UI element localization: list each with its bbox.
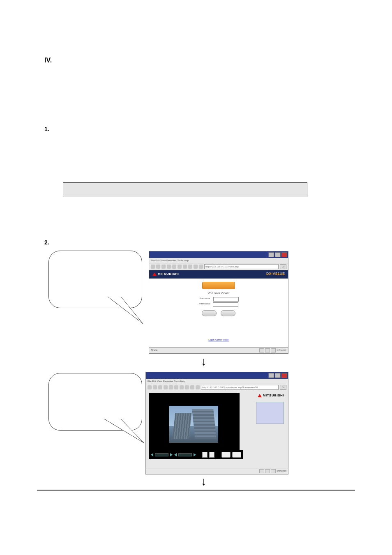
side-menu-panel: [256, 402, 284, 424]
viewer-body: MITSUBISHI: [146, 390, 288, 468]
address-bar: http://192.168.0.100/java/viewer.asp?fra…: [201, 385, 279, 390]
model-label: DX-VS1UE: [266, 272, 285, 276]
close-icon: [281, 252, 287, 257]
username-label: Username :: [198, 297, 211, 302]
screenshot-login-page: File Edit View Favorites Tools Help http…: [149, 251, 288, 354]
refresh-icon: [164, 385, 168, 389]
minimize-icon: [268, 373, 274, 378]
login-heading: VS1 Java Viewer: [149, 292, 288, 295]
callout-tail-1: [107, 296, 148, 329]
address-bar: http://192.168.0.100/index.asp: [204, 264, 279, 269]
reset-button: [221, 310, 235, 316]
window-titlebar: [146, 372, 288, 379]
admin-mode-link: Login Admin Mode: [149, 339, 288, 341]
control-square-button: [209, 452, 214, 458]
print-icon: [196, 385, 200, 389]
history-icon: [185, 385, 189, 389]
building-left: [173, 413, 192, 439]
step-2-number: 2.: [44, 239, 49, 246]
home-icon: [172, 265, 176, 269]
stop-icon: [161, 265, 166, 269]
status-zone: Internet: [277, 348, 286, 353]
right-arrow-icon: [194, 453, 196, 456]
step-1-number: 1.: [44, 126, 49, 132]
side-menu-item: [256, 409, 284, 412]
go-button: Go: [280, 264, 286, 269]
left-arrow-icon: [174, 453, 177, 456]
down-arrow-icon: ↓: [201, 355, 207, 368]
orange-banner-button: [202, 282, 235, 289]
home-icon: [169, 385, 173, 389]
history-icon: [188, 265, 192, 269]
side-menu-item: [256, 403, 284, 405]
status-segment: [259, 348, 264, 352]
login-button: [202, 310, 217, 316]
control-square-button: [202, 452, 208, 458]
side-menu-item: [256, 416, 284, 419]
control-pill-button: [221, 452, 231, 458]
video-canvas: [149, 393, 240, 458]
building-right: [192, 409, 217, 439]
password-field: [213, 302, 238, 307]
triangle-icon: [258, 394, 262, 397]
window-titlebar: [149, 251, 288, 258]
status-segment: [265, 348, 270, 352]
control-pill-button: [232, 452, 241, 458]
status-segment: [265, 469, 270, 473]
maximize-icon: [275, 373, 281, 378]
status-zone: Internet: [277, 468, 286, 474]
down-arrow-icon: ↓: [201, 475, 207, 488]
mail-icon: [190, 385, 194, 389]
right-arrow-icon: [170, 453, 173, 456]
back-icon: [151, 265, 155, 269]
minimize-icon: [268, 252, 274, 257]
playback-control-bar: [149, 450, 243, 459]
back-icon: [148, 385, 152, 389]
search-icon: [178, 265, 182, 269]
menu-bar: File Edit View Favorites Tools Help: [149, 258, 288, 263]
slider-track: [178, 453, 192, 456]
grey-info-box: [63, 182, 307, 197]
zone-icon: [271, 348, 276, 352]
status-bar: Done Internet: [149, 347, 288, 353]
forward-icon: [153, 385, 157, 389]
camera-image: [169, 406, 218, 443]
side-brand-logo: MITSUBISHI: [258, 394, 284, 397]
go-button: Go: [280, 385, 286, 390]
zone-icon: [271, 469, 276, 473]
refresh-icon: [167, 265, 171, 269]
left-arrow-icon: [151, 453, 153, 456]
horizontal-rule: [37, 490, 355, 491]
side-brand-text: MITSUBISHI: [263, 394, 284, 397]
search-icon: [174, 385, 178, 389]
side-menu-item: [256, 412, 284, 415]
slider-track: [155, 453, 168, 456]
mail-icon: [194, 265, 198, 269]
brand-text: MITSUBISHI: [158, 272, 179, 276]
screenshot-viewer-page: File Edit View Favorites Tools Help http…: [145, 372, 288, 474]
toolbar: http://192.168.0.100/index.asp Go: [149, 263, 288, 270]
status-text: Done: [151, 349, 158, 352]
close-icon: [281, 373, 287, 378]
callout-tail-2: [104, 418, 149, 451]
username-field: [213, 297, 239, 302]
forward-icon: [156, 265, 160, 269]
side-menu-item: [256, 406, 284, 409]
section-number: IV.: [44, 57, 52, 64]
login-body: VS1 Java Viewer Username : Password : Lo…: [149, 279, 288, 348]
status-segment: [259, 469, 264, 473]
status-bar: Internet: [146, 468, 288, 474]
page-header-bar: MITSUBISHI DX-VS1UE: [149, 270, 288, 279]
favorites-icon: [180, 385, 184, 389]
menu-bar: File Edit View Favorites Tools Help: [146, 379, 288, 384]
maximize-icon: [275, 252, 281, 257]
password-label: Password :: [199, 302, 211, 307]
triangle-icon: [152, 272, 157, 276]
stop-icon: [158, 385, 162, 389]
print-icon: [199, 265, 203, 269]
favorites-icon: [183, 265, 187, 269]
brand-logo: MITSUBISHI: [152, 272, 179, 276]
